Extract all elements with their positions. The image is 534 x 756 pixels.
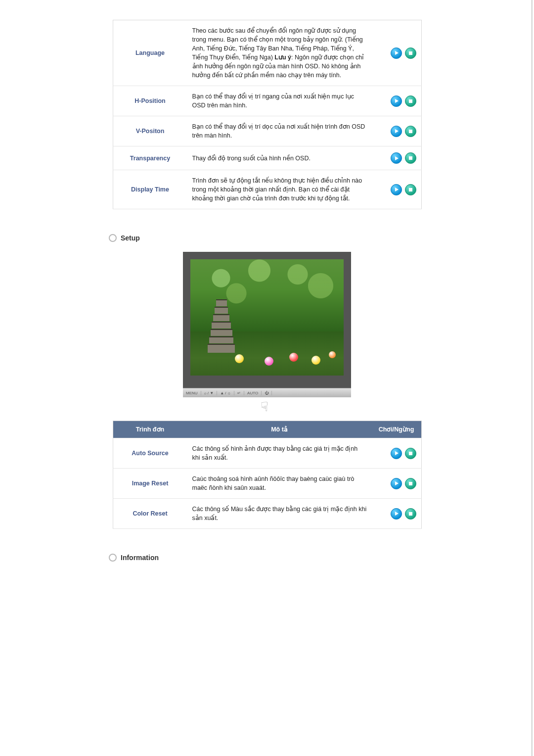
table-row: H-Position Bạn có thể thay đổi vị trí ng… bbox=[113, 86, 421, 116]
setup-settings-table: Trình đơn Mô tả Chơi/Ngừng Auto Source C… bbox=[113, 421, 422, 529]
play-icon[interactable] bbox=[391, 152, 402, 164]
play-icon[interactable] bbox=[391, 47, 402, 59]
play-icon[interactable] bbox=[391, 184, 402, 195]
stop-icon[interactable] bbox=[405, 47, 416, 59]
menu-button-label: ↵ bbox=[234, 391, 244, 395]
pagoda-graphic bbox=[208, 290, 235, 353]
menu-button-label: ▲ / ☼ bbox=[217, 391, 234, 395]
monitor-screen bbox=[190, 259, 344, 376]
setting-description: Bạn có thể thay đổi vị trí ngang của nơi… bbox=[187, 86, 372, 116]
monitor-frame bbox=[183, 252, 351, 388]
setting-description: Các thông số hình ảnh được thay bằng các… bbox=[187, 438, 372, 469]
menu-button-label: MENU bbox=[183, 391, 201, 395]
play-icon[interactable] bbox=[391, 508, 402, 520]
setting-description: Trình đơn sẽ tự động tắt nếu không thực … bbox=[187, 170, 372, 209]
play-icon[interactable] bbox=[391, 126, 402, 137]
table-row: Image Reset Caùc thoâng soá hình aûnh ñö… bbox=[113, 469, 421, 499]
table-row: V-Positon Bạn có thể thay đổi vị trí dọc… bbox=[113, 116, 421, 146]
table-row: Auto Source Các thông số hình ảnh được t… bbox=[113, 438, 421, 469]
play-icon[interactable] bbox=[391, 478, 402, 489]
lantern bbox=[329, 351, 336, 358]
stop-icon[interactable] bbox=[405, 448, 416, 459]
stop-icon[interactable] bbox=[405, 126, 416, 137]
col-header-desc: Mô tả bbox=[187, 421, 372, 438]
lantern bbox=[289, 353, 298, 362]
menu-button-label: ⏻ bbox=[262, 391, 272, 395]
setting-description: Bạn có thể thay đổi vị trí dọc của nơi x… bbox=[187, 116, 372, 146]
section-title: Information bbox=[121, 554, 159, 562]
stop-icon[interactable] bbox=[405, 478, 416, 489]
osd-settings-table: Language Theo các bước sau để chuyển đổi… bbox=[113, 20, 422, 209]
menu-button-label: ⌕ / ▼ bbox=[201, 391, 218, 395]
setting-label: V-Positon bbox=[113, 116, 187, 146]
section-header-setup: Setup bbox=[109, 234, 499, 242]
setting-label: Image Reset bbox=[113, 469, 187, 499]
setting-label: Display Time bbox=[113, 170, 187, 209]
lantern bbox=[235, 354, 244, 363]
setting-label: Transparency bbox=[113, 146, 187, 170]
table-row: Language Theo các bước sau để chuyển đổi… bbox=[113, 20, 421, 86]
scrollbar-edge bbox=[531, 0, 533, 756]
setting-label: H-Position bbox=[113, 86, 187, 116]
stop-icon[interactable] bbox=[405, 95, 416, 107]
hand-pointer-icon bbox=[261, 400, 273, 413]
monitor-preview: MENU ⌕ / ▼ ▲ / ☼ ↵ AUTO ⏻ bbox=[183, 252, 351, 413]
bullet-icon bbox=[109, 554, 117, 562]
play-icon[interactable] bbox=[391, 448, 402, 459]
setting-description: Theo các bước sau để chuyển đổi ngôn ngữ… bbox=[187, 20, 372, 86]
bullet-icon bbox=[109, 234, 117, 242]
table-row: Display Time Trình đơn sẽ tự động tắt nế… bbox=[113, 170, 421, 209]
setting-label: Color Reset bbox=[113, 499, 187, 529]
monitor-button-bar: MENU ⌕ / ▼ ▲ / ☼ ↵ AUTO ⏻ bbox=[183, 388, 351, 397]
setting-description: Caùc thoâng soá hình aûnh ñöôïc thay baè… bbox=[187, 469, 372, 499]
table-row: Color Reset Các thông số Màu sắc được th… bbox=[113, 499, 421, 529]
setting-description: Các thông số Màu sắc được thay bằng các … bbox=[187, 499, 372, 529]
section-header-information: Information bbox=[109, 554, 499, 562]
stop-icon[interactable] bbox=[405, 152, 416, 164]
table-header-row: Trình đơn Mô tả Chơi/Ngừng bbox=[113, 421, 421, 438]
stop-icon[interactable] bbox=[405, 184, 416, 195]
menu-button-label: AUTO bbox=[244, 391, 262, 395]
setting-description: Thay đổi độ trong suốt của hình nền OSD. bbox=[187, 146, 372, 170]
play-icon[interactable] bbox=[391, 95, 402, 107]
col-header-menu: Trình đơn bbox=[113, 421, 187, 438]
section-title: Setup bbox=[121, 234, 140, 242]
setting-label: Auto Source bbox=[113, 438, 187, 469]
table-row: Transparency Thay đổi độ trong suốt của … bbox=[113, 146, 421, 170]
stop-icon[interactable] bbox=[405, 508, 416, 520]
lantern bbox=[265, 357, 273, 366]
col-header-play: Chơi/Ngừng bbox=[372, 421, 422, 438]
lantern bbox=[312, 356, 320, 365]
setting-label: Language bbox=[113, 20, 187, 86]
